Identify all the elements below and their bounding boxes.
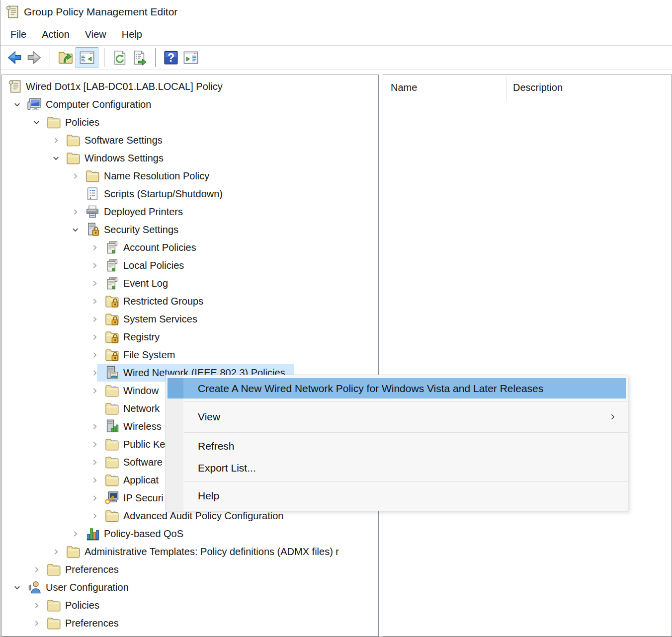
tree-item[interactable]: Preferences — [2, 614, 378, 632]
menubar-item-view[interactable]: View — [85, 29, 106, 40]
tree-item-label: Network — [123, 403, 160, 414]
context-menu-item-label: Create A New Wired Network Policy for Wi… — [198, 383, 543, 395]
back-button[interactable] — [4, 48, 24, 68]
toolbar-separator — [155, 48, 156, 67]
chevron-right-icon[interactable] — [88, 313, 100, 325]
chevron-right-icon[interactable] — [88, 259, 100, 271]
server-green-icon — [104, 240, 119, 255]
tree-item[interactable]: System Services — [2, 310, 378, 328]
tree-item[interactable]: Wired Dot1x [LAB-DC01.LAB.LOCAL] Policy — [2, 78, 378, 95]
tree-item[interactable]: Preferences — [2, 560, 378, 578]
chevron-down-icon[interactable] — [50, 152, 62, 164]
toolbar: ? — [0, 46, 672, 70]
tree-item-label: Deployed Printers — [104, 206, 183, 218]
chevron-right-icon[interactable] — [88, 420, 100, 432]
folder-icon — [104, 455, 119, 470]
tree-item[interactable]: Policies — [2, 113, 378, 131]
tree-item-label: Policies — [65, 600, 99, 611]
chevron-right-icon[interactable] — [69, 206, 81, 218]
chevron-down-icon[interactable] — [11, 581, 23, 593]
tree-item[interactable]: Windows Settings — [2, 149, 378, 167]
chevron-right-icon[interactable] — [69, 528, 81, 540]
context-menu-item-view[interactable]: View — [166, 404, 628, 430]
chevron-right-icon[interactable] — [50, 546, 62, 557]
menubar-item-action[interactable]: Action — [42, 29, 70, 40]
tree-item[interactable]: Software Settings — [2, 131, 378, 149]
folder-icon — [66, 544, 81, 559]
tree-item[interactable]: Registry — [2, 328, 378, 346]
chevron-right-icon[interactable] — [88, 367, 100, 379]
chevron-right-icon[interactable] — [88, 438, 100, 450]
chevron-right-icon[interactable] — [88, 295, 100, 307]
forward-button[interactable] — [24, 48, 44, 68]
chevron-right-icon[interactable] — [88, 385, 100, 397]
up-folder-icon — [58, 50, 74, 66]
chevron-down-icon[interactable] — [30, 116, 42, 128]
chevron-right-icon[interactable] — [88, 474, 100, 486]
server-scroll-icon — [104, 365, 119, 380]
tree-item[interactable]: Administrative Templates: Policy definit… — [2, 543, 378, 560]
export-list-button[interactable] — [130, 48, 150, 68]
chevron-right-icon[interactable] — [69, 170, 81, 182]
tree-item[interactable]: Policy-based QoS — [2, 525, 378, 543]
chevron-right-icon[interactable] — [88, 277, 100, 289]
chevron-right-icon[interactable] — [88, 349, 100, 361]
expander-placeholder — [69, 188, 81, 200]
tree-item[interactable]: Deployed Printers — [2, 203, 378, 221]
column-header-description[interactable]: Description — [513, 82, 563, 93]
submenu-chevron-icon — [608, 413, 617, 421]
menubar-item-help[interactable]: Help — [122, 29, 142, 40]
window-title: Group Policy Management Editor — [24, 6, 177, 18]
tree-item-label: Local Policies — [123, 260, 184, 271]
tree-item-label: Software Settings — [84, 135, 163, 146]
forward-icon — [26, 50, 42, 66]
back-icon — [6, 50, 22, 66]
chevron-right-icon[interactable] — [88, 510, 100, 522]
chevron-down-icon[interactable] — [11, 98, 23, 110]
tree-item[interactable]: Computer Configuration — [2, 95, 378, 113]
folder-icon — [46, 598, 61, 613]
chevron-right-icon[interactable] — [88, 456, 100, 468]
tree-item[interactable]: Restricted Groups — [2, 292, 378, 310]
tree-item-label: File System — [123, 349, 175, 361]
tree-item-label: Registry — [123, 331, 160, 343]
context-menu-item-refresh[interactable]: Refresh — [166, 435, 628, 457]
chevron-right-icon[interactable] — [88, 492, 100, 504]
context-menu-item-create[interactable]: Create A New Wired Network Policy for Wi… — [168, 378, 626, 398]
tree-item[interactable]: Name Resolution Policy — [2, 167, 378, 185]
chevron-right-icon[interactable] — [30, 599, 42, 611]
chevron-right-icon[interactable] — [50, 134, 62, 146]
tree-item[interactable]: Account Policies — [2, 239, 378, 256]
chevron-right-icon[interactable] — [30, 617, 42, 629]
tree-item-label: Event Log — [123, 278, 168, 289]
refresh-icon — [112, 50, 128, 66]
gpo-scroll-icon — [7, 79, 22, 94]
column-divider[interactable] — [506, 77, 507, 101]
menu-separator — [184, 432, 628, 433]
tree-item-label: User Configuration — [46, 582, 129, 593]
tree-item[interactable]: Policies — [2, 596, 378, 614]
tree-item-label: Advanced Audit Policy Configuration — [123, 510, 283, 522]
menubar-item-file[interactable]: File — [10, 29, 26, 40]
chevron-right-icon[interactable] — [30, 563, 42, 575]
tree-item[interactable]: File System — [2, 346, 378, 364]
tree-item[interactable]: User Configuration — [2, 578, 378, 596]
tree-item[interactable]: Event Log — [2, 274, 378, 292]
gpo-scroll-icon — [4, 4, 19, 19]
tree-item-label: Applicat — [123, 475, 159, 486]
chevron-right-icon[interactable] — [88, 331, 100, 343]
up-one-level-button[interactable] — [56, 48, 76, 68]
chevron-right-icon[interactable] — [88, 241, 100, 253]
tree-item[interactable]: Scripts (Startup/Shutdown) — [2, 185, 378, 203]
tree-item[interactable]: Security Settings — [2, 221, 378, 239]
show-hide-console-tree-button[interactable] — [76, 47, 98, 68]
folder-icon — [104, 437, 119, 452]
show-hide-action-pane-button[interactable] — [181, 48, 201, 68]
context-menu-item-help[interactable]: Help — [166, 484, 628, 507]
tree-item[interactable]: Local Policies — [2, 256, 378, 274]
refresh-button[interactable] — [110, 48, 130, 68]
context-menu-item-export[interactable]: Export List... — [166, 457, 628, 479]
help-button[interactable]: ? — [161, 48, 181, 68]
column-header-name[interactable]: Name — [391, 82, 417, 93]
chevron-down-icon[interactable] — [69, 224, 81, 236]
